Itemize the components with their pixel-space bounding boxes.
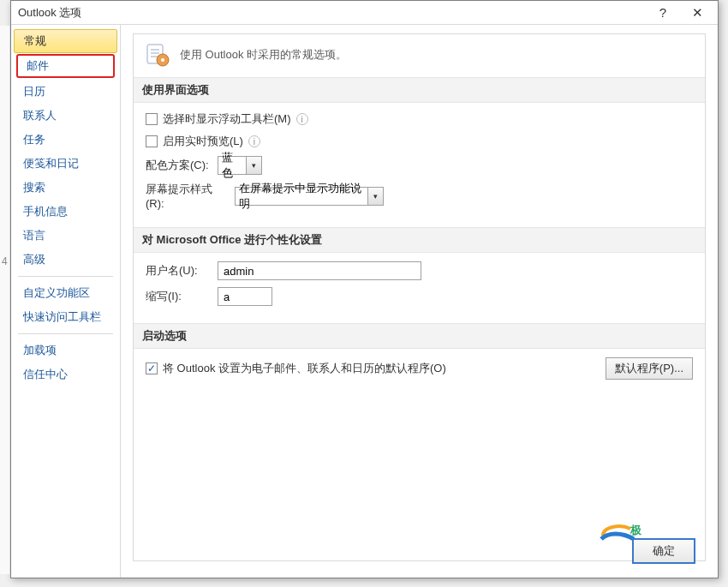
default-programs-button[interactable]: 默认程序(P)... — [606, 357, 693, 380]
sidebar-item-mobile[interactable]: 手机信息 — [11, 200, 120, 224]
sidebar-item-contacts[interactable]: 联系人 — [11, 104, 120, 128]
sidebar-item-mail[interactable]: 邮件 — [16, 54, 115, 78]
username-input[interactable] — [218, 261, 421, 280]
content-pane: 使用 Outlook 时采用的常规选项。 使用界面选项 选择时显示浮动工具栏(M… — [121, 25, 718, 578]
username-label: 用户名(U): — [146, 263, 212, 279]
color-scheme-select[interactable]: 蓝色 — [218, 156, 247, 175]
sidebar-item-calendar[interactable]: 日历 — [11, 80, 120, 104]
sidebar-item-quick-access[interactable]: 快速访问工具栏 — [11, 305, 120, 329]
sidebar: 常规 邮件 日历 联系人 任务 便笺和日记 搜索 手机信息 语言 高级 自定义功… — [11, 25, 121, 578]
section-ui-header: 使用界面选项 — [134, 77, 705, 103]
section-personalize-header: 对 Microsoft Office 进行个性化设置 — [134, 227, 705, 253]
info-icon[interactable]: i — [296, 113, 308, 125]
options-icon — [144, 41, 171, 69]
sidebar-item-notes[interactable]: 便笺和日记 — [11, 152, 120, 176]
sidebar-item-advanced[interactable]: 高级 — [11, 248, 120, 272]
initials-input[interactable] — [218, 287, 272, 306]
sidebar-item-customize-ribbon[interactable]: 自定义功能区 — [11, 281, 120, 305]
options-dialog: Outlook 选项 ? ✕ 常规 邮件 日历 联系人 任务 便笺和日记 搜索 … — [10, 0, 719, 578]
default-program-label: 将 Outlook 设置为电子邮件、联系人和日历的默认程序(O) — [163, 361, 446, 376]
info-icon[interactable]: i — [248, 135, 260, 147]
svg-text:极: 极 — [630, 524, 642, 536]
svg-point-5 — [161, 58, 164, 62]
sidebar-separator — [18, 276, 113, 277]
live-preview-label: 启用实时预览(L) — [163, 134, 243, 149]
ok-button[interactable]: 确定 — [632, 538, 695, 564]
screentip-label: 屏幕提示样式(R): — [146, 182, 230, 210]
screentip-select[interactable]: 在屏幕提示中显示功能说明 — [235, 187, 368, 206]
sidebar-item-trust[interactable]: 信任中心 — [11, 362, 120, 386]
sidebar-separator — [18, 333, 113, 334]
close-button[interactable]: ✕ — [680, 3, 714, 23]
mini-toolbar-label: 选择时显示浮动工具栏(M) — [163, 111, 291, 127]
live-preview-checkbox[interactable] — [146, 135, 158, 147]
initials-label: 缩写(I): — [146, 289, 212, 304]
sidebar-item-language[interactable]: 语言 — [11, 224, 120, 248]
default-program-checkbox[interactable] — [146, 362, 158, 374]
sidebar-item-tasks[interactable]: 任务 — [11, 128, 120, 152]
sidebar-item-addins[interactable]: 加载项 — [11, 338, 120, 362]
help-button[interactable]: ? — [646, 3, 680, 23]
chevron-down-icon[interactable]: ▾ — [247, 156, 262, 175]
background-char: 4 — [2, 255, 8, 267]
background-edge: 4 — [0, 26, 10, 574]
sidebar-item-search[interactable]: 搜索 — [11, 176, 120, 200]
mini-toolbar-checkbox[interactable] — [146, 113, 158, 125]
window-title: Outlook 选项 — [18, 5, 646, 21]
page-description: 使用 Outlook 时采用的常规选项。 — [180, 47, 347, 63]
chevron-down-icon[interactable]: ▾ — [368, 187, 384, 206]
section-startup-header: 启动选项 — [134, 323, 705, 349]
titlebar: Outlook 选项 ? ✕ — [11, 1, 718, 25]
sidebar-item-general[interactable]: 常规 — [14, 29, 117, 53]
color-scheme-label: 配色方案(C): — [146, 158, 212, 173]
